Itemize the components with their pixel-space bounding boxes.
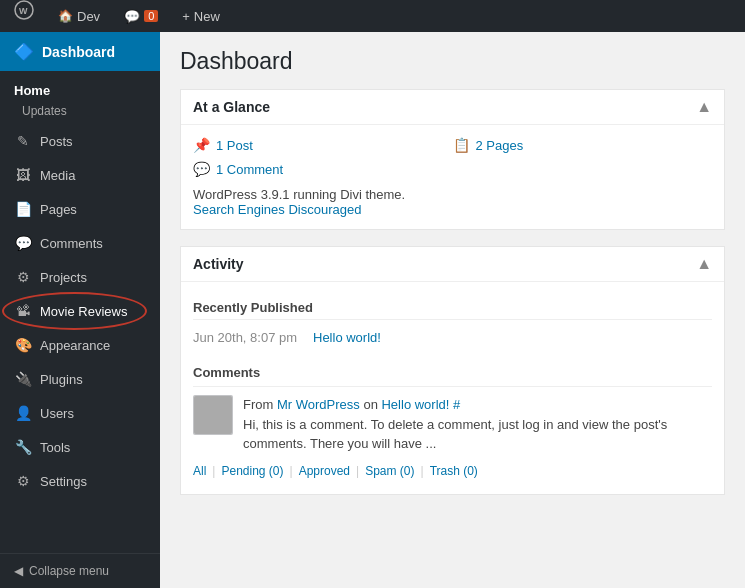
sidebar: 🔷 Dashboard Home Updates ✎ Posts 🖼 Media…	[0, 32, 160, 588]
post-count-row: 📌 1 Post	[193, 137, 453, 153]
new-content-button[interactable]: + New	[176, 0, 226, 32]
page-title: Dashboard	[180, 48, 725, 75]
sidebar-item-settings[interactable]: ⚙ Settings	[0, 464, 160, 498]
activity-date: Jun 20th, 8:07 pm	[193, 330, 303, 345]
svg-text:W: W	[19, 6, 28, 16]
pages-count-row: 📋 2 Pages	[453, 137, 713, 153]
filter-spam-link[interactable]: Spam (0)	[365, 464, 414, 478]
comment-text: Hi, this is a comment. To delete a comme…	[243, 417, 667, 452]
wp-info: WordPress 3.9.1 running Divi theme. Sear…	[193, 187, 712, 217]
at-a-glance-widget: At a Glance ▲ 📌 1 Post 📋 2 Pages 💬 1 Co	[180, 89, 725, 230]
sidebar-item-users[interactable]: 👤 Users	[0, 396, 160, 430]
pages-icon: 📄	[14, 200, 32, 218]
filter-approved-link[interactable]: Approved	[299, 464, 350, 478]
collapse-label: Collapse menu	[29, 564, 109, 578]
movie-reviews-icon: 📽	[14, 302, 32, 320]
appearance-icon: 🎨	[14, 336, 32, 354]
collapse-icon: ◀	[14, 564, 23, 578]
sidebar-posts-label: Posts	[40, 134, 73, 149]
sidebar-item-media[interactable]: 🖼 Media	[0, 158, 160, 192]
sidebar-item-appearance[interactable]: 🎨 Appearance	[0, 328, 160, 362]
main-content: Dashboard At a Glance ▲ 📌 1 Post 📋 2 Pag…	[160, 32, 745, 588]
sidebar-appearance-label: Appearance	[40, 338, 110, 353]
comment-on-text: on	[363, 397, 381, 412]
at-a-glance-title: At a Glance	[193, 99, 270, 115]
sidebar-dashboard-header[interactable]: 🔷 Dashboard	[0, 32, 160, 71]
at-a-glance-toggle[interactable]: ▲	[696, 98, 712, 116]
comment-body: From Mr WordPress on Hello world! # Hi, …	[243, 395, 712, 454]
sidebar-plugins-label: Plugins	[40, 372, 83, 387]
sidebar-home-section: Home Updates	[0, 71, 160, 124]
comment-item: From Mr WordPress on Hello world! # Hi, …	[193, 395, 712, 454]
pin-icon: 📌	[193, 137, 210, 153]
sidebar-item-home[interactable]: Home	[0, 79, 160, 102]
sidebar-pages-label: Pages	[40, 202, 77, 217]
activity-widget: Activity ▲ Recently Published Jun 20th, …	[180, 246, 725, 495]
sidebar-item-updates[interactable]: Updates	[0, 102, 160, 120]
comments-count-row: 💬 1 Comment	[193, 161, 712, 177]
site-name-label: Dev	[77, 9, 100, 24]
comment-post-link[interactable]: Hello world! #	[381, 397, 460, 412]
comments-count-link[interactable]: 1 Comment	[216, 162, 283, 177]
comment-count: 0	[144, 10, 158, 22]
sidebar-item-comments[interactable]: 💬 Comments	[0, 226, 160, 260]
settings-icon: ⚙	[14, 472, 32, 490]
site-name-button[interactable]: 🏠 Dev	[52, 0, 106, 32]
users-icon: 👤	[14, 404, 32, 422]
media-icon: 🖼	[14, 166, 32, 184]
filter-trash-link[interactable]: Trash (0)	[430, 464, 478, 478]
filter-all-link[interactable]: All	[193, 464, 206, 478]
comments-section-label: Comments	[193, 359, 712, 387]
activity-body: Recently Published Jun 20th, 8:07 pm Hel…	[181, 282, 724, 494]
post-count-link[interactable]: 1 Post	[216, 138, 253, 153]
avatar-image	[194, 396, 232, 434]
sidebar-item-posts[interactable]: ✎ Posts	[0, 124, 160, 158]
wp-logo-button[interactable]: W	[8, 0, 40, 32]
sidebar-item-plugins[interactable]: 🔌 Plugins	[0, 362, 160, 396]
comment-author-link[interactable]: Mr WordPress	[277, 397, 360, 412]
filter-pending-link[interactable]: Pending (0)	[221, 464, 283, 478]
sidebar-comments-label: Comments	[40, 236, 103, 251]
at-a-glance-body: 📌 1 Post 📋 2 Pages 💬 1 Comment WordPress…	[181, 125, 724, 229]
comment-footer: All | Pending (0) | Approved | Spam (0) …	[193, 454, 712, 482]
avatar	[193, 395, 233, 435]
comment-icon: 💬	[193, 161, 210, 177]
comments-button[interactable]: 💬 0	[118, 0, 164, 32]
sidebar-settings-label: Settings	[40, 474, 87, 489]
activity-header: Activity ▲	[181, 247, 724, 282]
sidebar-item-projects[interactable]: ⚙ Projects	[0, 260, 160, 294]
sidebar-item-pages[interactable]: 📄 Pages	[0, 192, 160, 226]
comments-section: Comments From Mr WordPress on Hello worl…	[193, 359, 712, 454]
posts-icon: ✎	[14, 132, 32, 150]
sidebar-media-label: Media	[40, 168, 75, 183]
activity-toggle[interactable]: ▲	[696, 255, 712, 273]
divider-3: |	[356, 464, 359, 478]
layout: 🔷 Dashboard Home Updates ✎ Posts 🖼 Media…	[0, 32, 745, 588]
tools-icon: 🔧	[14, 438, 32, 456]
new-label: New	[194, 9, 220, 24]
sidebar-users-label: Users	[40, 406, 74, 421]
projects-icon: ⚙	[14, 268, 32, 286]
search-engines-link[interactable]: Search Engines Discouraged	[193, 202, 361, 217]
sidebar-item-tools[interactable]: 🔧 Tools	[0, 430, 160, 464]
page-icon: 📋	[453, 137, 470, 153]
recently-published-label: Recently Published	[193, 294, 712, 320]
divider-4: |	[421, 464, 424, 478]
activity-title: Activity	[193, 256, 244, 272]
at-a-glance-items: 📌 1 Post 📋 2 Pages 💬 1 Comment	[193, 137, 712, 177]
collapse-menu-button[interactable]: ◀ Collapse menu	[0, 553, 160, 588]
dashboard-icon: 🔷	[14, 42, 34, 61]
comments-icon: 💬	[14, 234, 32, 252]
activity-post-title[interactable]: Hello world!	[313, 330, 381, 345]
wp-info-text: WordPress 3.9.1 running Divi theme.	[193, 187, 405, 202]
sidebar-item-movie-reviews[interactable]: 📽 Movie Reviews	[0, 294, 160, 328]
activity-post-link: Hello world!	[313, 330, 381, 345]
pages-count-link[interactable]: 2 Pages	[476, 138, 524, 153]
comment-from-text: From	[243, 397, 277, 412]
topbar: W 🏠 Dev 💬 0 + New	[0, 0, 745, 32]
sidebar-tools-label: Tools	[40, 440, 70, 455]
divider-2: |	[290, 464, 293, 478]
sidebar-movie-reviews-label: Movie Reviews	[40, 304, 127, 319]
sidebar-projects-label: Projects	[40, 270, 87, 285]
activity-item: Jun 20th, 8:07 pm Hello world!	[193, 326, 712, 349]
